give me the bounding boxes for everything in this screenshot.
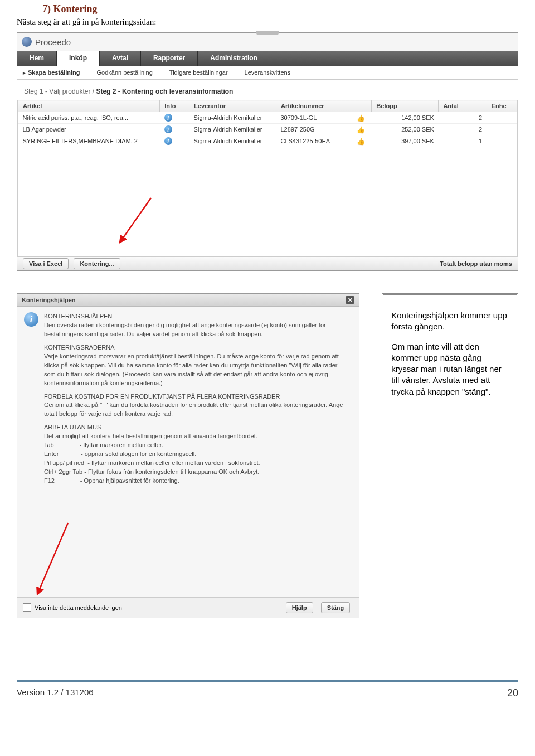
stang-button[interactable]: Stäng	[321, 602, 351, 613]
menu-hem[interactable]: Hem	[17, 51, 57, 66]
col-thumb[interactable]	[352, 100, 372, 112]
cell-info[interactable]: i	[160, 112, 189, 124]
page-footer: Version 1.2 / 131206 20	[17, 680, 518, 710]
cell-artikelnummer: 30709-1L-GL	[276, 112, 352, 124]
footer-version: Version 1.2 / 131206	[17, 687, 94, 699]
cell-artikel: SYRINGE FILTERS,MEMBRANE DIAM. 2	[18, 135, 160, 147]
table-footer-bar: Visa i Excel Kontering... Totalt belopp …	[17, 256, 518, 270]
thumb-up-icon[interactable]: 👍	[357, 114, 363, 121]
cell-enhet	[487, 124, 517, 135]
submenu-leverans[interactable]: Leveranskvittens	[245, 69, 291, 76]
cell-antal: 1	[439, 135, 487, 147]
cell-leverantor: Sigma-Aldrich Kemikalier	[189, 135, 276, 147]
col-enhet[interactable]: Enhe	[487, 100, 517, 112]
cell-belopp: 252,00 SEK	[372, 124, 439, 135]
cell-leverantor: Sigma-Aldrich Kemikalier	[189, 124, 276, 135]
hjalp-button[interactable]: Hjälp	[286, 602, 313, 613]
submenu-godkann[interactable]: Godkänn beställning	[97, 69, 153, 76]
info-icon[interactable]: i	[164, 125, 172, 133]
window-grip-icon	[256, 31, 279, 35]
cell-enhet	[487, 135, 517, 147]
product-table: Artikel Info Leverantör Artikelnummer Be…	[18, 100, 517, 147]
menu-inkop[interactable]: Inköp	[57, 51, 100, 66]
cell-thumb[interactable]: 👍	[352, 135, 372, 147]
col-leverantor[interactable]: Leverantör	[189, 100, 276, 112]
cell-artikel: Nitric acid puriss. p.a., reag. ISO, rea…	[18, 112, 160, 124]
menu-administration[interactable]: Administration	[198, 51, 270, 66]
thumb-up-icon[interactable]: 👍	[357, 138, 363, 144]
menu-avtal[interactable]: Avtal	[100, 51, 141, 66]
col-belopp[interactable]: Belopp	[372, 100, 439, 112]
intro-text: Nästa steg är att gå in på konteringssid…	[17, 17, 518, 27]
dialog-text-content: KONTERINGSHJÄLPEN Den översta raden i ko…	[44, 312, 352, 486]
proceedo-screenshot: Proceedo Hem Inköp Avtal Rapporter Admin…	[17, 32, 518, 271]
col-antal[interactable]: Antal	[439, 100, 487, 112]
total-label: Totalt belopp utan moms	[440, 260, 512, 267]
cell-antal: 2	[439, 124, 487, 135]
step-breadcrumb: Steg 1 - Välj produkter / Steg 2 - Konte…	[17, 80, 518, 100]
thumb-up-icon[interactable]: 👍	[357, 126, 363, 133]
info-icon: i	[24, 312, 38, 327]
main-menu: Hem Inköp Avtal Rapporter Administration	[17, 51, 518, 66]
dont-show-again-checkbox[interactable]: Visa inte detta meddelande igen	[23, 603, 122, 612]
col-artikelnummer[interactable]: Artikelnummer	[276, 100, 352, 112]
submenu-skapa[interactable]: Skapa beställning	[23, 69, 80, 76]
submenu-tidigare[interactable]: Tidigare beställningar	[169, 69, 228, 76]
cell-enhet	[487, 112, 517, 124]
dialog-close-button[interactable]: ✕	[346, 296, 354, 304]
app-name: Proceedo	[35, 37, 71, 47]
dialog-title: Konteringshjälpen	[22, 297, 76, 303]
callout-box: Konteringshjälpen kommer upp första gång…	[382, 293, 518, 414]
kontering-button[interactable]: Kontering...	[74, 258, 120, 269]
app-logo-icon	[22, 37, 32, 47]
cell-antal: 2	[439, 112, 487, 124]
cell-artikel: LB Agar powder	[18, 124, 160, 135]
table-row[interactable]: LB Agar powderiSigma-Aldrich KemikalierL…	[18, 124, 517, 135]
col-artikel[interactable]: Artikel	[18, 100, 160, 112]
cell-belopp: 397,00 SEK	[372, 135, 439, 147]
info-icon[interactable]: i	[164, 137, 172, 145]
sub-menu: Skapa beställning Godkänn beställning Ti…	[17, 66, 518, 80]
info-icon[interactable]: i	[164, 114, 172, 122]
cell-thumb[interactable]: 👍	[352, 124, 372, 135]
cell-artikelnummer: L2897-250G	[276, 124, 352, 135]
page-number: 20	[507, 687, 518, 699]
table-row[interactable]: Nitric acid puriss. p.a., reag. ISO, rea…	[18, 112, 517, 124]
cell-info[interactable]: i	[160, 124, 189, 135]
table-row[interactable]: SYRINGE FILTERS,MEMBRANE DIAM. 2iSigma-A…	[18, 135, 517, 147]
checkbox-icon[interactable]	[23, 603, 31, 612]
cell-info[interactable]: i	[160, 135, 189, 147]
col-info[interactable]: Info	[160, 100, 189, 112]
visa-excel-button[interactable]: Visa i Excel	[23, 258, 69, 269]
section-heading: 7) Kontering	[42, 3, 518, 15]
callout-p1: Konteringshjälpen kommer upp första gång…	[391, 310, 509, 333]
cell-artikelnummer: CLS431225-50EA	[276, 135, 352, 147]
konteringshjalpen-dialog: Konteringshjälpen ✕ i KONTERINGSHJÄLPEN …	[17, 293, 359, 618]
callout-p2: Om man inte vill att den kommer upp näst…	[391, 341, 509, 398]
cell-thumb[interactable]: 👍	[352, 112, 372, 124]
cell-belopp: 142,00 SEK	[372, 112, 439, 124]
menu-rapporter[interactable]: Rapporter	[141, 51, 198, 66]
cell-leverantor: Sigma-Aldrich Kemikalier	[189, 112, 276, 124]
